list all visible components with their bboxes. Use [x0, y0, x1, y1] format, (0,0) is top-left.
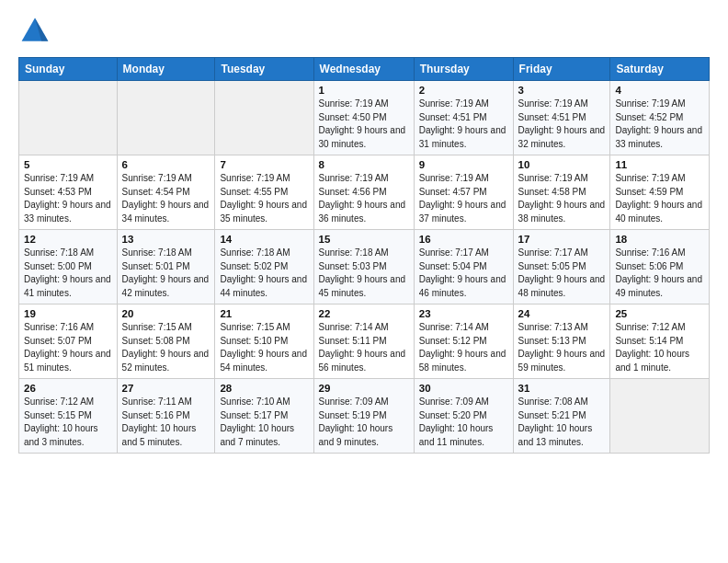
day-number: 5 [24, 159, 112, 170]
calendar-cell: 25Sunrise: 7:12 AM Sunset: 5:14 PM Dayli… [610, 304, 710, 379]
day-number: 13 [122, 234, 210, 245]
calendar-cell: 8Sunrise: 7:19 AM Sunset: 4:56 PM Daylig… [313, 155, 414, 230]
day-number: 1 [319, 85, 409, 96]
day-info: Sunrise: 7:09 AM Sunset: 5:19 PM Dayligh… [319, 396, 409, 449]
day-info: Sunrise: 7:19 AM Sunset: 4:59 PM Dayligh… [615, 172, 704, 225]
weekday-header-monday: Monday [117, 58, 215, 81]
day-number: 27 [122, 383, 210, 394]
day-info: Sunrise: 7:15 AM Sunset: 5:10 PM Dayligh… [220, 321, 308, 374]
week-row-4: 19Sunrise: 7:16 AM Sunset: 5:07 PM Dayli… [19, 304, 710, 379]
day-number: 22 [319, 308, 409, 319]
calendar-cell: 29Sunrise: 7:09 AM Sunset: 5:19 PM Dayli… [313, 379, 414, 454]
day-info: Sunrise: 7:19 AM Sunset: 4:56 PM Dayligh… [319, 172, 409, 225]
calendar-cell: 23Sunrise: 7:14 AM Sunset: 5:12 PM Dayli… [414, 304, 513, 379]
calendar-cell: 10Sunrise: 7:19 AM Sunset: 4:58 PM Dayli… [513, 155, 610, 230]
week-row-2: 5Sunrise: 7:19 AM Sunset: 4:53 PM Daylig… [19, 155, 710, 230]
day-info: Sunrise: 7:18 AM Sunset: 5:02 PM Dayligh… [220, 247, 308, 300]
day-number: 7 [220, 159, 308, 170]
calendar-cell [215, 81, 313, 155]
day-number: 16 [419, 234, 508, 245]
day-info: Sunrise: 7:19 AM Sunset: 4:57 PM Dayligh… [419, 172, 508, 225]
weekday-header-tuesday: Tuesday [215, 58, 313, 81]
calendar-cell: 14Sunrise: 7:18 AM Sunset: 5:02 PM Dayli… [215, 230, 313, 304]
day-info: Sunrise: 7:19 AM Sunset: 4:50 PM Dayligh… [319, 98, 409, 151]
week-row-3: 12Sunrise: 7:18 AM Sunset: 5:00 PM Dayli… [19, 230, 710, 304]
day-info: Sunrise: 7:14 AM Sunset: 5:11 PM Dayligh… [319, 321, 409, 374]
calendar-cell: 1Sunrise: 7:19 AM Sunset: 4:50 PM Daylig… [313, 81, 414, 155]
day-info: Sunrise: 7:18 AM Sunset: 5:00 PM Dayligh… [24, 247, 112, 300]
day-number: 29 [319, 383, 409, 394]
day-info: Sunrise: 7:09 AM Sunset: 5:20 PM Dayligh… [419, 396, 508, 449]
day-number: 21 [220, 308, 308, 319]
calendar-cell [19, 81, 118, 155]
week-row-1: 1Sunrise: 7:19 AM Sunset: 4:50 PM Daylig… [19, 81, 710, 155]
day-number: 17 [518, 234, 606, 245]
day-info: Sunrise: 7:18 AM Sunset: 5:01 PM Dayligh… [122, 247, 210, 300]
day-info: Sunrise: 7:19 AM Sunset: 4:51 PM Dayligh… [518, 98, 606, 151]
weekday-header-sunday: Sunday [19, 58, 118, 81]
weekday-header-thursday: Thursday [414, 58, 513, 81]
calendar-cell: 4Sunrise: 7:19 AM Sunset: 4:52 PM Daylig… [610, 81, 710, 155]
weekday-header-saturday: Saturday [610, 58, 710, 81]
day-info: Sunrise: 7:19 AM Sunset: 4:54 PM Dayligh… [122, 172, 210, 225]
day-number: 15 [319, 234, 409, 245]
calendar-cell: 31Sunrise: 7:08 AM Sunset: 5:21 PM Dayli… [513, 379, 610, 454]
day-info: Sunrise: 7:19 AM Sunset: 4:51 PM Dayligh… [419, 98, 508, 151]
calendar-cell: 20Sunrise: 7:15 AM Sunset: 5:08 PM Dayli… [117, 304, 215, 379]
day-number: 25 [615, 308, 704, 319]
day-number: 12 [24, 234, 112, 245]
header [18, 15, 710, 48]
day-number: 11 [615, 159, 704, 170]
calendar-cell: 28Sunrise: 7:10 AM Sunset: 5:17 PM Dayli… [215, 379, 313, 454]
day-info: Sunrise: 7:10 AM Sunset: 5:17 PM Dayligh… [220, 396, 308, 449]
day-info: Sunrise: 7:19 AM Sunset: 4:53 PM Dayligh… [24, 172, 112, 225]
calendar-cell: 9Sunrise: 7:19 AM Sunset: 4:57 PM Daylig… [414, 155, 513, 230]
weekday-header-friday: Friday [513, 58, 610, 81]
day-number: 26 [24, 383, 112, 394]
calendar-cell: 3Sunrise: 7:19 AM Sunset: 4:51 PM Daylig… [513, 81, 610, 155]
calendar-cell [117, 81, 215, 155]
calendar-cell: 18Sunrise: 7:16 AM Sunset: 5:06 PM Dayli… [610, 230, 710, 304]
day-info: Sunrise: 7:13 AM Sunset: 5:13 PM Dayligh… [518, 321, 606, 374]
logo-icon [18, 15, 51, 48]
page: SundayMondayTuesdayWednesdayThursdayFrid… [0, 0, 728, 563]
calendar-cell: 17Sunrise: 7:17 AM Sunset: 5:05 PM Dayli… [513, 230, 610, 304]
logo [18, 15, 55, 48]
day-info: Sunrise: 7:12 AM Sunset: 5:14 PM Dayligh… [615, 321, 704, 374]
calendar-table: SundayMondayTuesdayWednesdayThursdayFrid… [18, 57, 710, 454]
day-number: 24 [518, 308, 606, 319]
day-number: 2 [419, 85, 508, 96]
calendar-cell: 26Sunrise: 7:12 AM Sunset: 5:15 PM Dayli… [19, 379, 118, 454]
calendar-cell: 11Sunrise: 7:19 AM Sunset: 4:59 PM Dayli… [610, 155, 710, 230]
day-number: 19 [24, 308, 112, 319]
calendar-cell: 24Sunrise: 7:13 AM Sunset: 5:13 PM Dayli… [513, 304, 610, 379]
day-info: Sunrise: 7:16 AM Sunset: 5:06 PM Dayligh… [615, 247, 704, 300]
day-info: Sunrise: 7:16 AM Sunset: 5:07 PM Dayligh… [24, 321, 112, 374]
day-number: 23 [419, 308, 508, 319]
calendar-cell: 7Sunrise: 7:19 AM Sunset: 4:55 PM Daylig… [215, 155, 313, 230]
week-row-5: 26Sunrise: 7:12 AM Sunset: 5:15 PM Dayli… [19, 379, 710, 454]
day-number: 10 [518, 159, 606, 170]
calendar-cell: 15Sunrise: 7:18 AM Sunset: 5:03 PM Dayli… [313, 230, 414, 304]
day-number: 28 [220, 383, 308, 394]
day-info: Sunrise: 7:19 AM Sunset: 4:58 PM Dayligh… [518, 172, 606, 225]
day-number: 3 [518, 85, 606, 96]
day-number: 30 [419, 383, 508, 394]
day-number: 20 [122, 308, 210, 319]
day-info: Sunrise: 7:15 AM Sunset: 5:08 PM Dayligh… [122, 321, 210, 374]
day-info: Sunrise: 7:19 AM Sunset: 4:52 PM Dayligh… [615, 98, 704, 151]
day-number: 4 [615, 85, 704, 96]
weekday-header-wednesday: Wednesday [313, 58, 414, 81]
calendar-cell: 21Sunrise: 7:15 AM Sunset: 5:10 PM Dayli… [215, 304, 313, 379]
day-info: Sunrise: 7:19 AM Sunset: 4:55 PM Dayligh… [220, 172, 308, 225]
day-info: Sunrise: 7:14 AM Sunset: 5:12 PM Dayligh… [419, 321, 508, 374]
calendar-cell: 19Sunrise: 7:16 AM Sunset: 5:07 PM Dayli… [19, 304, 118, 379]
day-info: Sunrise: 7:08 AM Sunset: 5:21 PM Dayligh… [518, 396, 606, 449]
calendar-cell [610, 379, 710, 454]
calendar-cell: 27Sunrise: 7:11 AM Sunset: 5:16 PM Dayli… [117, 379, 215, 454]
day-number: 18 [615, 234, 704, 245]
day-info: Sunrise: 7:17 AM Sunset: 5:05 PM Dayligh… [518, 247, 606, 300]
day-info: Sunrise: 7:12 AM Sunset: 5:15 PM Dayligh… [24, 396, 112, 449]
calendar-cell: 16Sunrise: 7:17 AM Sunset: 5:04 PM Dayli… [414, 230, 513, 304]
calendar-cell: 22Sunrise: 7:14 AM Sunset: 5:11 PM Dayli… [313, 304, 414, 379]
